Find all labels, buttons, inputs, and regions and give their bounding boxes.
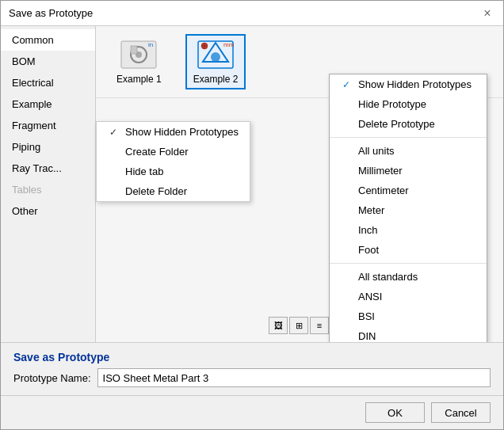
label-r-delete-proto: Delete Prototype	[358, 118, 435, 130]
dialog-body: CommonBOMElectricalExampleFragmentPiping…	[1, 26, 503, 342]
dropdown-r-show-hidden[interactable]: ✓Show Hidden Prototypes	[330, 74, 487, 94]
left-panel: CommonBOMElectricalExampleFragmentPiping…	[1, 26, 96, 342]
dropdown-r-inch[interactable]: Inch	[330, 220, 487, 240]
svg-point-7	[211, 52, 220, 62]
prototype-example2[interactable]: mm Example 2	[185, 34, 246, 89]
tab-fragment[interactable]: Fragment	[1, 115, 95, 136]
dropdown-r-bsi[interactable]: BSI	[330, 306, 487, 326]
dropdown-separator	[330, 263, 487, 264]
tab-tables: Tables	[1, 179, 95, 200]
label-r-show-hidden: Show Hidden Prototypes	[358, 78, 472, 90]
tab-raytrac[interactable]: Ray Trac...	[1, 158, 95, 179]
tab-other[interactable]: Other	[1, 200, 95, 222]
dropdown-r-ansi[interactable]: ANSI	[330, 287, 487, 306]
prototype-name-row: Prototype Name:	[13, 368, 491, 387]
dropdown-r-m[interactable]: Meter	[330, 200, 487, 220]
check-r-mm	[341, 166, 352, 177]
main-content: in Example 1 mm Example 2 ✓Show Hidden P…	[96, 26, 503, 342]
toolbar-icons: 🖼 ⊞ ≡	[269, 317, 329, 334]
left-menu-hide-tab[interactable]: Hide tab	[97, 162, 250, 181]
label-r-all-standards: All standards	[358, 271, 418, 283]
left-menu-delete-folder[interactable]: Delete Folder	[97, 181, 250, 201]
dropdown-r-hide-proto[interactable]: Hide Prototype	[330, 94, 487, 114]
check-r-inch	[341, 225, 352, 236]
example1-icon: in	[120, 39, 158, 70]
view-icon-button[interactable]: 🖼	[269, 317, 288, 334]
grid-view-button[interactable]: ⊞	[289, 317, 308, 334]
label-r-foot: Foot	[358, 244, 379, 256]
tab-bom[interactable]: BOM	[1, 51, 95, 72]
tab-common[interactable]: Common	[1, 29, 95, 51]
save-as-title: Save as Prototype	[13, 351, 491, 363]
bottom-area: Save as Prototype Prototype Name:	[1, 342, 503, 395]
check-delete-folder	[108, 186, 119, 197]
dropdown-r-cm[interactable]: Centimeter	[330, 181, 487, 200]
dropdown-r-din[interactable]: DIN	[330, 326, 487, 342]
prototype-name-input[interactable]	[97, 368, 491, 387]
label-delete-folder: Delete Folder	[125, 185, 187, 197]
check-r-cm	[341, 185, 352, 196]
check-r-din	[341, 331, 352, 342]
check-r-foot	[341, 245, 352, 256]
label-hide-tab: Hide tab	[125, 166, 163, 177]
list-view-button[interactable]: ≡	[310, 317, 329, 334]
tab-electrical[interactable]: Electrical	[1, 72, 95, 93]
title-bar: Save as Prototype ×	[1, 1, 503, 26]
check-r-delete-proto	[341, 119, 352, 130]
check-r-all-standards	[341, 272, 352, 283]
left-menu-show-hidden[interactable]: ✓Show Hidden Prototypes	[97, 122, 250, 142]
ok-button[interactable]: OK	[365, 402, 425, 423]
check-hide-tab	[108, 166, 119, 177]
label-r-all-units: All units	[358, 145, 395, 157]
prototype-name-label: Prototype Name:	[13, 372, 91, 384]
right-dropdown: ✓Show Hidden PrototypesHide PrototypeDel…	[329, 74, 487, 342]
dropdown-r-all-standards[interactable]: All standards	[330, 267, 487, 287]
prototype-example1[interactable]: in Example 1	[109, 34, 170, 89]
example2-label: Example 2	[193, 74, 239, 85]
dropdown-r-all-units[interactable]: All units	[330, 141, 487, 161]
dropdown-r-mm[interactable]: Millimeter	[330, 161, 487, 181]
check-r-all-units	[341, 146, 352, 157]
dropdown-separator	[330, 137, 487, 138]
svg-text:in: in	[148, 41, 153, 48]
example2-icon: mm	[197, 39, 235, 70]
label-r-din: DIN	[358, 330, 376, 342]
check-create-folder	[108, 147, 119, 158]
example1-label: Example 1	[116, 74, 162, 85]
dialog: Save as Prototype × CommonBOMElectricalE…	[0, 0, 504, 430]
tab-piping[interactable]: Piping	[1, 136, 95, 158]
dialog-footer: OK Cancel	[1, 395, 503, 429]
check-r-hide-proto	[341, 99, 352, 110]
check-show-hidden: ✓	[108, 127, 119, 138]
label-r-bsi: BSI	[358, 310, 375, 322]
label-r-m: Meter	[358, 204, 384, 216]
check-r-show-hidden: ✓	[341, 79, 352, 90]
left-context-menu: ✓Show Hidden PrototypesCreate FolderHide…	[96, 121, 250, 202]
check-r-ansi	[341, 291, 352, 303]
check-r-m	[341, 205, 352, 216]
cancel-button[interactable]: Cancel	[431, 402, 491, 423]
svg-rect-4	[131, 46, 137, 54]
close-button[interactable]: ×	[479, 6, 495, 21]
label-show-hidden: Show Hidden Prototypes	[125, 126, 239, 138]
dialog-title: Save as Prototype	[9, 7, 93, 19]
label-r-mm: Millimeter	[358, 165, 403, 177]
label-r-inch: Inch	[358, 224, 378, 236]
check-r-bsi	[341, 311, 352, 322]
tab-example[interactable]: Example	[1, 93, 95, 115]
left-menu-create-folder[interactable]: Create Folder	[97, 142, 250, 162]
label-r-ansi: ANSI	[358, 291, 382, 303]
svg-text:mm: mm	[223, 41, 235, 48]
label-create-folder: Create Folder	[125, 146, 188, 158]
label-r-cm: Centimeter	[358, 185, 409, 196]
dropdown-r-foot[interactable]: Foot	[330, 240, 487, 260]
label-r-hide-proto: Hide Prototype	[358, 98, 426, 110]
dropdown-r-delete-proto[interactable]: Delete Prototype	[330, 114, 487, 134]
